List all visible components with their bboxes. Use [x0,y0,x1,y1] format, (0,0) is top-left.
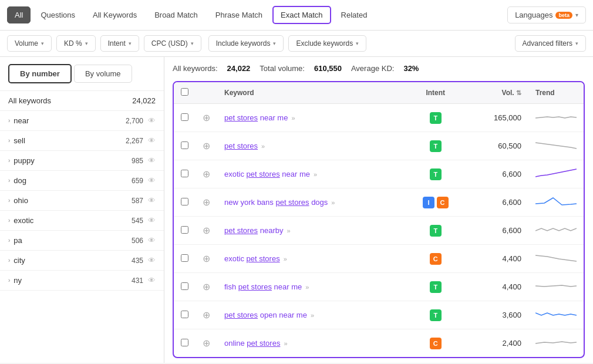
keyword-link[interactable]: exotic pet stores near me [224,170,310,178]
eye-icon[interactable]: 👁 [148,216,156,225]
by-number-button[interactable]: By number [8,64,72,83]
sort-icon[interactable]: ⇅ [516,89,521,96]
add-icon[interactable]: ⊕ [203,225,210,235]
sidebar-item[interactable]: › exotic 545 👁 [0,211,164,231]
add-icon[interactable]: ⊕ [203,254,210,264]
add-icon[interactable]: ⊕ [203,197,210,207]
eye-icon[interactable]: 👁 [148,176,156,185]
sidebar-item[interactable]: › ny 431 👁 [0,271,164,291]
add-icon[interactable]: ⊕ [203,169,210,179]
navigate-arrow-icon[interactable]: » [291,114,295,122]
keyword-link[interactable]: pet stores near me [224,113,288,122]
tab-all-keywords[interactable]: All Keywords [85,6,144,23]
kd-filter[interactable]: KD % ▾ [56,35,96,52]
tab-exact-match[interactable]: Exact Match [272,6,331,24]
keyword-link[interactable]: new york bans pet stores dogs [224,198,328,207]
sidebar-item-count: 587 [132,197,143,205]
keyword-link[interactable]: pet stores open near me [224,311,307,319]
volume-cell: 4,400 [466,245,528,273]
navigate-arrow-icon[interactable]: » [284,340,287,347]
eye-icon[interactable]: 👁 [148,136,156,145]
row-checkbox[interactable] [181,170,188,177]
trend-cell [528,329,584,358]
sidebar-item[interactable]: › dog 659 👁 [0,171,164,191]
all-keywords-row: All keywords 24,022 [0,91,164,111]
add-icon[interactable]: ⊕ [203,282,210,292]
navigate-arrow-icon[interactable]: » [311,312,314,319]
cpc-filter[interactable]: CPC (USD) ▾ [144,35,201,52]
row-checkbox[interactable] [181,198,188,205]
sidebar-item-count: 431 [132,277,143,285]
tab-broad-match[interactable]: Broad Match [147,6,205,23]
add-icon[interactable]: ⊕ [203,113,210,123]
row-checkbox[interactable] [181,339,188,346]
sidebar-item[interactable]: › puppy 985 👁 [0,151,164,171]
navigate-arrow-icon[interactable]: » [261,143,265,150]
navigate-arrow-icon[interactable]: » [287,227,290,234]
eye-icon[interactable]: 👁 [148,156,156,165]
eye-icon[interactable]: 👁 [148,116,156,125]
keyword-link[interactable]: fish pet stores near me [224,282,302,291]
intent-badge: T [430,309,442,321]
languages-button[interactable]: Languages beta ▾ [507,6,586,23]
sidebar-item-count: 659 [132,177,143,185]
sidebar-item-label: city [14,256,25,265]
row-checkbox[interactable] [181,311,188,318]
row-checkbox[interactable] [181,226,188,234]
row-checkbox[interactable] [181,113,188,121]
sidebar-item-count: 2,700 [126,117,143,125]
keyword-link[interactable]: pet stores nearby [224,226,283,235]
sidebar-item[interactable]: › pa 506 👁 [0,231,164,251]
add-icon[interactable]: ⊕ [203,310,210,320]
volume-filter[interactable]: Volume ▾ [7,35,52,52]
sidebar-item[interactable]: › sell 2,267 👁 [0,131,164,151]
row-checkbox[interactable] [181,254,188,262]
sidebar-item-count: 545 [132,217,143,225]
intent-filter[interactable]: Intent ▾ [100,35,139,52]
chevron-right-icon: › [8,197,10,204]
navigate-arrow-icon[interactable]: » [314,171,317,178]
navigate-arrow-icon[interactable]: » [331,199,335,206]
table-row: ⊕ fish pet stores near me » T 4,400 [174,273,584,301]
tab-questions[interactable]: Questions [33,6,83,23]
table-row: ⊕ online pet stores » C 2,400 [174,329,584,358]
volume-cell: 6,600 [466,188,528,217]
eye-icon[interactable]: 👁 [148,236,156,245]
sidebar-item-label: exotic [14,216,33,225]
advanced-filters-button[interactable]: Advanced filters ▾ [515,35,586,52]
sidebar-item[interactable]: › near 2,700 👁 [0,111,164,131]
intent-cell: T [406,104,466,132]
add-icon[interactable]: ⊕ [203,141,210,151]
sidebar-item[interactable]: › ohio 587 👁 [0,191,164,211]
add-icon[interactable]: ⊕ [203,338,210,348]
tab-related[interactable]: Related [333,6,375,23]
exclude-keywords-filter[interactable]: Exclude keywords ▾ [288,35,366,52]
include-keywords-filter[interactable]: Include keywords ▾ [208,35,284,52]
chevron-down-icon: ▾ [356,41,359,46]
navigate-arrow-icon[interactable]: » [284,255,287,262]
select-all-checkbox[interactable] [181,88,188,96]
eye-icon[interactable]: 👁 [148,256,156,265]
eye-icon[interactable]: 👁 [148,276,156,285]
eye-icon[interactable]: 👁 [148,196,156,205]
keyword-link[interactable]: online pet stores [224,339,280,348]
volume-cell: 4,400 [466,273,528,301]
col-volume[interactable]: Vol. ⇅ [466,82,528,104]
tab-phrase-match[interactable]: Phrase Match [208,6,270,23]
sidebar-item-label: near [14,116,29,125]
row-checkbox[interactable] [181,282,188,290]
chevron-down-icon: ▾ [41,41,44,46]
keyword-link[interactable]: pet stores [224,141,258,150]
keyword-link[interactable]: exotic pet stores [224,254,280,263]
keyword-cell: exotic pet stores » [224,254,399,263]
intent-cell: T [406,273,466,301]
tab-bar: All Questions All Keywords Broad Match P… [0,0,593,31]
tab-all[interactable]: All [7,6,31,23]
chevron-down-icon: ▾ [273,41,276,46]
navigate-arrow-icon[interactable]: » [305,284,309,291]
by-volume-button[interactable]: By volume [74,65,132,83]
row-checkbox[interactable] [181,141,188,149]
intent-badge: I [423,197,434,208]
sidebar-item[interactable]: › city 435 👁 [0,251,164,271]
sidebar-item-label: sell [14,136,25,145]
